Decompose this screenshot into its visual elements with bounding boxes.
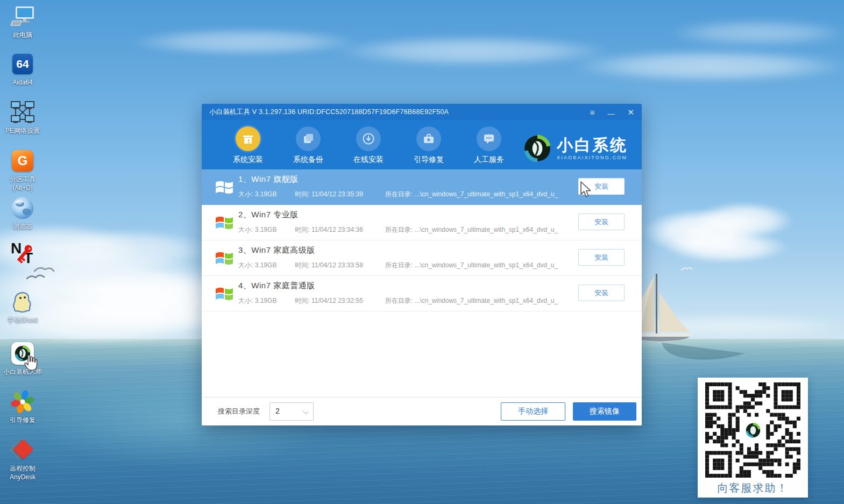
install-button[interactable]: 安装 <box>578 249 625 266</box>
install-button[interactable]: 安装 <box>578 178 625 195</box>
install-box-icon <box>236 126 260 151</box>
os-meta: 大小: 3.19GB 时间: 11/04/12 23:35:39 所在目录: .… <box>238 190 575 199</box>
minimize-icon[interactable]: — <box>607 110 614 117</box>
tab-system-install[interactable]: 系统安装 <box>218 126 278 169</box>
install-button[interactable]: 安装 <box>578 285 625 301</box>
brand-logo: 小白系统 XIAOBAIXITONG.COM <box>523 127 628 169</box>
desktop-icon-label: 手动Ghost <box>8 316 38 324</box>
search-depth-label: 搜索目录深度 <box>218 407 260 416</box>
desktop-icon-label: 分区工具 <box>10 175 36 183</box>
download-icon <box>356 126 381 151</box>
window-title: 小白装机工具 V 3.1.297.136 URID:DFCC5207188D57… <box>209 108 449 117</box>
toolbox-icon <box>416 126 441 151</box>
os-meta: 大小: 3.19GB 时间: 11/04/12 23:34:36 所在目录: .… <box>238 225 575 235</box>
windows-flag-icon <box>214 249 235 268</box>
support-qr-panel: 向客服求助！ <box>698 378 808 498</box>
tab-label: 在线安装 <box>353 155 384 165</box>
window-footer: 搜索目录深度 2 手动选择 搜索镜像 <box>202 397 642 425</box>
windows-flag-icon <box>214 178 235 197</box>
menu-icon[interactable]: ≡ <box>590 108 595 116</box>
tab-system-backup[interactable]: 系统备份 <box>278 126 338 169</box>
tab-label: 人工服务 <box>474 155 504 165</box>
os-row-win7-ultimate[interactable]: 1、Win7 旗舰版 大小: 3.19GB 时间: 11/04/12 23:35… <box>202 169 642 205</box>
desktop-icon-xiaobai-master[interactable]: 小白装机大师 <box>1 341 44 376</box>
nav-bar: 系统安装 系统备份 在线安装 引导修复 <box>202 120 642 169</box>
desktop-icon-browser[interactable]: 浏览器 <box>1 196 44 231</box>
tab-online-install[interactable]: 在线安装 <box>338 126 399 169</box>
tab-label: 系统备份 <box>293 155 323 165</box>
cloud <box>334 36 613 67</box>
os-row-win7-professional[interactable]: 2、Win7 专业版 大小: 3.19GB 时间: 11/04/12 23:34… <box>202 205 642 240</box>
os-row-win7-home-premium[interactable]: 3、Win7 家庭高级版 大小: 3.19GB 时间: 11/04/12 23:… <box>202 240 642 276</box>
os-title: 3、Win7 家庭高级版 <box>238 245 315 255</box>
pinwheel-icon <box>11 389 34 414</box>
nt-key-icon: N T <box>10 242 36 267</box>
desktop-icon-boot-repair[interactable]: 引导修复 <box>1 389 44 424</box>
qr-center-logo-icon <box>742 420 764 441</box>
anydesk-icon <box>11 438 34 463</box>
backup-pages-icon <box>296 126 321 151</box>
desktop-icon-label: 远程控制 <box>10 465 36 473</box>
os-title: 4、Win7 家庭普通版 <box>238 281 315 291</box>
close-icon[interactable]: ✕ <box>627 108 634 116</box>
ghost-icon <box>10 289 35 314</box>
desktop-icon-label2: AnyDesk <box>10 473 36 481</box>
xiaobai-icon <box>11 342 34 365</box>
chat-bubble-icon <box>477 126 501 151</box>
network-icon <box>10 100 35 125</box>
search-depth-value: 2 <box>275 407 280 415</box>
qr-code <box>705 382 800 478</box>
os-title: 2、Win7 专业版 <box>238 210 299 220</box>
os-meta: 大小: 3.19GB 时间: 11/04/12 23:32:55 所在目录: .… <box>238 296 575 306</box>
desktop-icon-partition-tool[interactable]: G 分区工具 (Alt+D) <box>1 148 44 192</box>
qr-caption: 向客服求助！ <box>718 481 789 495</box>
desktop-icon-label: 浏览器 <box>13 223 32 231</box>
desktop-icon-anydesk[interactable]: 远程控制 AnyDesk <box>1 438 44 481</box>
desktop-icon-manual-ghost[interactable]: 手动Ghost <box>1 289 44 324</box>
tab-label: 引导修复 <box>414 155 444 165</box>
desktop-icon-label2: (Alt+D) <box>12 184 33 192</box>
desktop-icon-label: Aida64 <box>12 79 32 87</box>
diskgenius-icon: G <box>12 150 33 172</box>
desktop-icon-label: 小白装机大师 <box>3 368 42 376</box>
desktop-icon-label: 此电脑 <box>13 31 32 39</box>
desktop-icon-label: 引导修复 <box>10 416 36 424</box>
brand-title: 小白系统 <box>557 137 628 154</box>
seagull-icon <box>23 265 56 283</box>
os-row-win7-home-basic[interactable]: 4、Win7 家庭普通版 大小: 3.19GB 时间: 11/04/12 23:… <box>202 276 642 311</box>
list-empty-area <box>202 311 642 397</box>
manual-select-button[interactable]: 手动选择 <box>501 402 565 421</box>
cloud <box>129 28 360 56</box>
search-image-button[interactable]: 搜索镜像 <box>573 402 636 421</box>
xiaobai-logo-icon <box>523 134 551 162</box>
aida64-icon: 64 <box>12 54 33 74</box>
cloud <box>664 230 788 264</box>
this-pc-icon <box>10 4 35 29</box>
desktop-icon-this-pc[interactable]: 此电脑 <box>1 4 44 39</box>
search-depth-select[interactable]: 2 <box>269 402 314 421</box>
desktop: 此电脑 64 Aida64 PE网络设置 G 分区工具 (Al <box>0 0 844 504</box>
desktop-icon-pe-network[interactable]: PE网络设置 <box>1 100 44 135</box>
os-list: 1、Win7 旗舰版 大小: 3.19GB 时间: 11/04/12 23:35… <box>202 169 642 311</box>
desktop-icon-aida64[interactable]: 64 Aida64 <box>1 52 44 87</box>
globe-icon <box>10 196 35 221</box>
os-meta: 大小: 3.19GB 时间: 11/04/12 23:33:58 所在目录: .… <box>238 261 575 270</box>
cloud <box>570 49 844 83</box>
tab-label: 系统安装 <box>233 155 263 165</box>
windows-flag-icon <box>214 284 235 303</box>
chevron-down-icon <box>303 409 308 414</box>
desktop-icon-nt-password[interactable]: N T <box>1 242 44 267</box>
os-title: 1、Win7 旗舰版 <box>238 174 299 184</box>
cloud <box>667 19 844 46</box>
desktop-icon-label: PE网络设置 <box>5 127 40 135</box>
brand-subtitle: XIAOBAIXITONG.COM <box>557 155 628 160</box>
tab-boot-repair[interactable]: 引导修复 <box>399 126 459 169</box>
windows-flag-icon <box>214 213 235 232</box>
install-button[interactable]: 安装 <box>578 214 625 230</box>
tab-human-service[interactable]: 人工服务 <box>459 126 519 169</box>
xiaobai-installer-window: 小白装机工具 V 3.1.297.136 URID:DFCC5207188D57… <box>202 104 642 425</box>
window-titlebar[interactable]: 小白装机工具 V 3.1.297.136 URID:DFCC5207188D57… <box>202 104 642 120</box>
